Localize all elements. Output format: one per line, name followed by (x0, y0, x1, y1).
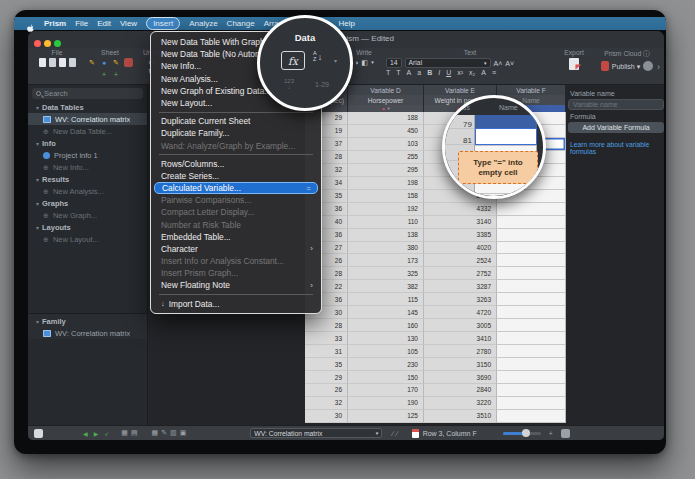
text-style-icon-2[interactable]: A (407, 69, 412, 76)
text-style-icon-7[interactable]: x² (457, 69, 463, 76)
back-arrow-icon[interactable]: ◀ (83, 430, 88, 437)
decrease-font-icon[interactable]: A˅ (505, 59, 514, 68)
sidebar-item-wv-correlation-matrix[interactable]: WV: Correlation matrix (28, 113, 147, 125)
table-cell[interactable]: 2524 (424, 254, 497, 267)
menu-item-embedded-table[interactable]: Embedded Table... (151, 231, 321, 243)
table-cell[interactable] (497, 229, 566, 242)
table-cell[interactable] (497, 242, 566, 255)
table-cell[interactable]: 2752 (424, 267, 497, 280)
table-cell[interactable]: 4332 (424, 203, 497, 216)
table-cell[interactable]: 4020 (424, 242, 497, 255)
menu-item-import-data[interactable]: ↓Import Data... (151, 298, 321, 310)
table-cell[interactable] (497, 293, 566, 306)
table-cell[interactable]: 188 (348, 112, 424, 125)
table-cell[interactable]: 35 (305, 358, 348, 371)
highlight-sheet-icon[interactable]: ✎ (112, 58, 121, 67)
menu-item-character[interactable]: Character› (151, 243, 321, 255)
export-icon[interactable]: ◤ (569, 58, 579, 70)
table-cell[interactable]: 3140 (424, 216, 497, 229)
print-icon[interactable] (69, 58, 76, 67)
menu-item-duplicate-family[interactable]: Duplicate Family... (151, 127, 321, 139)
table-cell[interactable]: 3263 (424, 293, 497, 306)
forward-arrow-icon[interactable]: ▶ (94, 430, 99, 437)
table-cell[interactable]: 3005 (424, 319, 497, 332)
font-size-field[interactable]: 14 (386, 58, 402, 68)
table-cell[interactable] (497, 280, 566, 293)
table-cell[interactable]: 3287 (424, 280, 497, 293)
table-cell[interactable]: 115 (348, 293, 424, 306)
table-cell[interactable]: 3220 (424, 397, 497, 410)
zoom-slider[interactable] (503, 432, 541, 435)
insert-calculated-variable-button[interactable]: fx (281, 51, 305, 70)
table-cell[interactable]: 380 (348, 242, 424, 255)
duplicate-sheet-icon[interactable]: + (112, 70, 121, 79)
variable-name-input[interactable]: Variable name (568, 99, 664, 110)
table-cell[interactable]: 158 (348, 190, 424, 203)
results-view-icon[interactable]: ▥ (170, 429, 177, 437)
menu-item-calculated-variable[interactable]: Calculated Variable...= (154, 182, 318, 194)
table-cell[interactable] (497, 345, 566, 358)
table-view-icon[interactable]: ▦ (152, 429, 159, 437)
text-style-icon-6[interactable]: U (446, 69, 451, 76)
table-cell[interactable]: 29 (305, 371, 348, 384)
table-cell[interactable] (497, 397, 566, 410)
increase-font-icon[interactable]: A˄ (494, 59, 503, 68)
color-wheel-icon[interactable]: ◑ (354, 58, 358, 67)
column-title[interactable]: Horsepower (348, 95, 424, 105)
annotate-icon[interactable]: ∕ (392, 430, 393, 437)
table-cell[interactable]: 125 (348, 410, 424, 423)
table-cell[interactable]: 145 (348, 306, 424, 319)
gallery-view-icon[interactable] (34, 429, 43, 438)
write-dropdown-icon[interactable]: ▾ (371, 58, 374, 67)
table-cell[interactable]: 295 (348, 164, 424, 177)
sheet-info-icon[interactable]: ● (100, 58, 109, 67)
text-style-icon-10[interactable]: ≡ (492, 69, 496, 76)
table-cell[interactable]: 3150 (424, 358, 497, 371)
family-section-header[interactable]: ▾ Family (28, 315, 147, 327)
column-header[interactable]: Variable E (424, 85, 497, 95)
account-avatar[interactable] (643, 61, 653, 71)
search-input[interactable]: Search (32, 88, 143, 99)
table-cell[interactable]: 130 (348, 332, 424, 345)
sidebar-item-project-info-1[interactable]: Project info 1 (28, 149, 147, 161)
table-cell[interactable]: 150 (348, 371, 424, 384)
table-cell[interactable]: 3410 (424, 332, 497, 345)
table-cell[interactable]: 31 (305, 345, 348, 358)
table-cell[interactable] (497, 332, 566, 345)
table-cell[interactable] (497, 306, 566, 319)
table-cell[interactable]: 138 (348, 229, 424, 242)
table-cell[interactable]: 190 (348, 397, 424, 410)
menubar-item-insert[interactable]: Insert (146, 17, 180, 30)
table-cell[interactable] (497, 319, 566, 332)
table-cell[interactable]: 2840 (424, 384, 497, 397)
sheet-list-icon[interactable]: ▤ (131, 429, 138, 437)
menubar-item-file[interactable]: File (75, 18, 88, 29)
table-cell[interactable] (497, 203, 566, 216)
sidebar-item-new-analysis[interactable]: ⊕New Analysis... (28, 185, 147, 197)
text-style-icon-8[interactable]: x₂ (469, 69, 475, 76)
menubar-item-analyze[interactable]: Analyze (189, 18, 217, 29)
fill-icon[interactable]: ◧ (362, 58, 369, 67)
table-cell[interactable]: 103 (348, 138, 424, 151)
table-cell[interactable] (497, 384, 566, 397)
table-cell[interactable]: 32 (305, 397, 348, 410)
table-cell[interactable]: 173 (348, 254, 424, 267)
table-cell[interactable] (497, 371, 566, 384)
sidebar-section-results[interactable]: ▾Results (28, 173, 147, 185)
text-style-icon-0[interactable]: T (386, 69, 390, 76)
font-family-select[interactable]: Arial▾ (405, 58, 491, 68)
menubar-item-prism[interactable]: Prism (44, 18, 66, 29)
sort-az-icon[interactable]: AZ ↓ (313, 51, 322, 62)
table-cell[interactable]: 2780 (424, 345, 497, 358)
menubar-item-change[interactable]: Change (227, 18, 255, 29)
chevron-down-icon[interactable]: ▾ (334, 57, 337, 64)
rename-sheet-icon[interactable]: ✎ (88, 58, 97, 67)
table-cell[interactable]: 3690 (424, 371, 497, 384)
new-sheet-icon[interactable]: + (100, 70, 109, 79)
table-cell[interactable] (497, 410, 566, 423)
table-cell[interactable]: 170 (348, 384, 424, 397)
recent-check-icon[interactable]: ✓ (104, 430, 109, 437)
selected-empty-cell[interactable] (475, 128, 537, 145)
table-cell[interactable] (497, 358, 566, 371)
table-cell[interactable]: 450 (348, 125, 424, 138)
